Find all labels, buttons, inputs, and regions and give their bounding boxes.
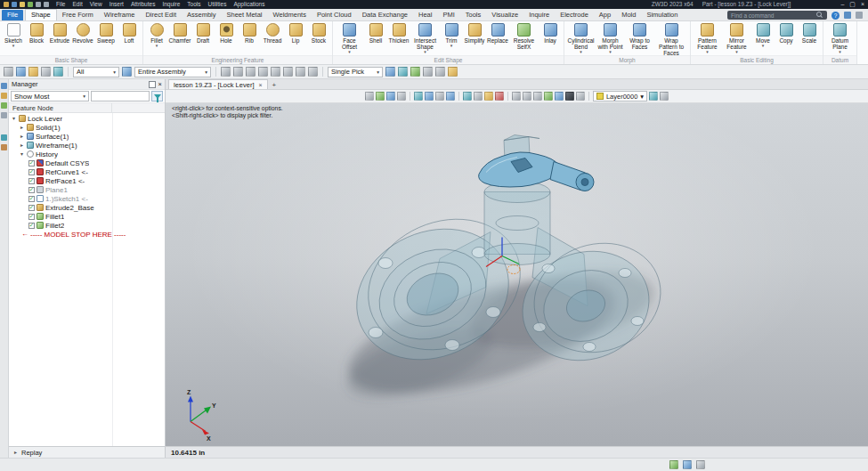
feature-checkbox[interactable]: ✓: [28, 196, 35, 202]
new-tab-button[interactable]: +: [268, 81, 281, 89]
expand-icon[interactable]: ▸: [19, 141, 25, 150]
lip-button[interactable]: Lip: [284, 22, 307, 56]
revolve-button[interactable]: Revolve: [71, 22, 94, 56]
chamfer-button[interactable]: Chamfer: [168, 22, 191, 56]
tab-sheet-metal[interactable]: Sheet Metal: [222, 10, 268, 20]
tab-wireframe[interactable]: Wireframe: [99, 10, 141, 20]
selection-set-icon[interactable]: [410, 67, 420, 77]
fillet-button[interactable]: Fillet: [145, 22, 168, 56]
hole-button[interactable]: Hole: [215, 22, 238, 56]
block-button[interactable]: Block: [25, 22, 48, 56]
layer-dropdown[interactable]: Layer0000 ▾: [593, 91, 647, 102]
axis-display-icon[interactable]: [495, 92, 504, 101]
snap-settings-icon[interactable]: [385, 67, 395, 77]
replay-bar[interactable]: ▸ Replay: [9, 446, 165, 458]
close-panel-icon[interactable]: ×: [158, 80, 162, 88]
face-snap-icon[interactable]: [533, 92, 542, 101]
filter-settings-icon[interactable]: [398, 67, 408, 77]
visual-manager-tab-icon[interactable]: [1, 144, 7, 150]
wrap-pattern-to-faces-button[interactable]: Wrap Pattern to Faces: [654, 22, 688, 56]
tab-pmi[interactable]: PMI: [437, 10, 459, 20]
tree-item-root[interactable]: ▾ Lock Lever: [9, 114, 165, 123]
open-file-icon[interactable]: [20, 2, 25, 7]
thicken-button[interactable]: Thicken: [387, 22, 410, 56]
menu-tools[interactable]: Tools: [187, 0, 200, 9]
intersect-shape-button[interactable]: Intersect Shape: [410, 22, 440, 56]
collapse-icon[interactable]: ▾: [11, 114, 17, 123]
tab-simulation[interactable]: Simulation: [641, 10, 683, 20]
feature-search-input[interactable]: [91, 91, 150, 102]
pick-face-icon[interactable]: [258, 67, 268, 77]
feature-checkbox[interactable]: ✓: [28, 223, 35, 229]
measure-icon[interactable]: [555, 92, 564, 101]
menu-view[interactable]: View: [90, 0, 102, 9]
morph-with-point-button[interactable]: Morph with Point: [596, 22, 625, 56]
layer-manager-icon[interactable]: [649, 92, 658, 101]
account-icon[interactable]: [844, 12, 851, 19]
trim-button[interactable]: Trim: [440, 22, 463, 56]
menu-edit[interactable]: Edit: [72, 0, 82, 9]
expand-icon[interactable]: ▸: [19, 123, 25, 132]
show-mode-dropdown[interactable]: Show Most▾: [11, 91, 89, 102]
3d-model[interactable]: Z Y X: [166, 103, 868, 446]
settings-icon[interactable]: [660, 92, 669, 101]
tab-point-cloud[interactable]: Point Cloud: [312, 10, 357, 20]
hidden-line-icon[interactable]: [446, 92, 455, 101]
feature-checkbox[interactable]: ✓: [28, 160, 35, 166]
close-button[interactable]: ×: [861, 0, 864, 9]
stock-button[interactable]: Stock: [307, 22, 330, 56]
visibility-icon[interactable]: [28, 67, 38, 77]
wrap-to-faces-button[interactable]: Wrap to Faces: [625, 22, 654, 56]
sketch-button[interactable]: Sketch: [2, 22, 25, 56]
wireframe-mode-icon[interactable]: [435, 92, 444, 101]
zoom-all-icon[interactable]: [376, 92, 385, 101]
tab-weldments[interactable]: Weldments: [268, 10, 312, 20]
grid-status-icon[interactable]: [696, 460, 705, 469]
background-icon[interactable]: [484, 92, 493, 101]
manager-toggle-icon[interactable]: [4, 67, 13, 77]
pick-curve-icon[interactable]: [233, 67, 243, 77]
tree-item-refface1[interactable]: ✓ RefFace1 <-: [9, 176, 165, 185]
pick-last-icon[interactable]: [448, 67, 458, 77]
close-tab-icon[interactable]: ×: [258, 82, 262, 88]
curve-snap-icon[interactable]: [523, 92, 531, 101]
zoom-window-icon[interactable]: [386, 92, 395, 101]
menu-applications[interactable]: Applications: [233, 0, 264, 9]
pick-mode-dropdown[interactable]: Single Pick▾: [328, 67, 383, 77]
box-select-icon[interactable]: [423, 67, 433, 77]
tab-heal[interactable]: Heal: [413, 10, 437, 20]
redraw-icon[interactable]: [16, 67, 26, 77]
dock-panel-icon[interactable]: [149, 81, 156, 88]
command-search-input[interactable]: Find a command: [727, 11, 827, 20]
tree-item-refcurve1[interactable]: ✓ RefCurve1 <-: [9, 167, 165, 176]
view-tab-icon[interactable]: [1, 134, 7, 141]
scale-button[interactable]: Scale: [798, 22, 821, 56]
replace-button[interactable]: Replace: [486, 22, 509, 56]
tree-item-fillet2[interactable]: ✓ Fillet2: [9, 221, 165, 230]
feature-checkbox[interactable]: ✓: [28, 205, 35, 211]
tab-direct-edit[interactable]: Direct Edit: [140, 10, 182, 20]
history-tab-icon[interactable]: [1, 93, 7, 99]
model-stop-marker[interactable]: ← ----- MODEL STOP HERE -----: [9, 230, 165, 239]
feature-checkbox[interactable]: ✓: [28, 187, 35, 193]
pick-component-icon[interactable]: [283, 67, 293, 77]
tab-electrode[interactable]: Electrode: [555, 10, 594, 20]
pick-shape-icon[interactable]: [271, 67, 280, 77]
minimize-ribbon-icon[interactable]: [856, 12, 863, 19]
feature-checkbox[interactable]: ✓: [28, 178, 35, 184]
new-file-icon[interactable]: [12, 2, 17, 7]
extrude-button[interactable]: Extrude: [48, 22, 71, 56]
feature-checkbox[interactable]: ✓: [28, 214, 35, 220]
display-all-icon[interactable]: [565, 92, 574, 101]
tab-app[interactable]: App: [594, 10, 616, 20]
tab-mold[interactable]: Mold: [616, 10, 641, 20]
mirror-feature-button[interactable]: Mirror Feature: [722, 22, 751, 56]
hide-icon[interactable]: [576, 92, 585, 101]
grid-icon[interactable]: [544, 92, 553, 101]
section-view-icon[interactable]: [474, 92, 483, 101]
tree-item-surface[interactable]: ▸ Surface(1): [9, 132, 165, 141]
tree-item-sketch1[interactable]: ✓ 1.)Sketch1 <-: [9, 194, 165, 203]
assembly-tab-icon[interactable]: [1, 102, 7, 109]
simplify-button[interactable]: Simplify: [463, 22, 486, 56]
shade-mode-icon[interactable]: [425, 92, 434, 101]
